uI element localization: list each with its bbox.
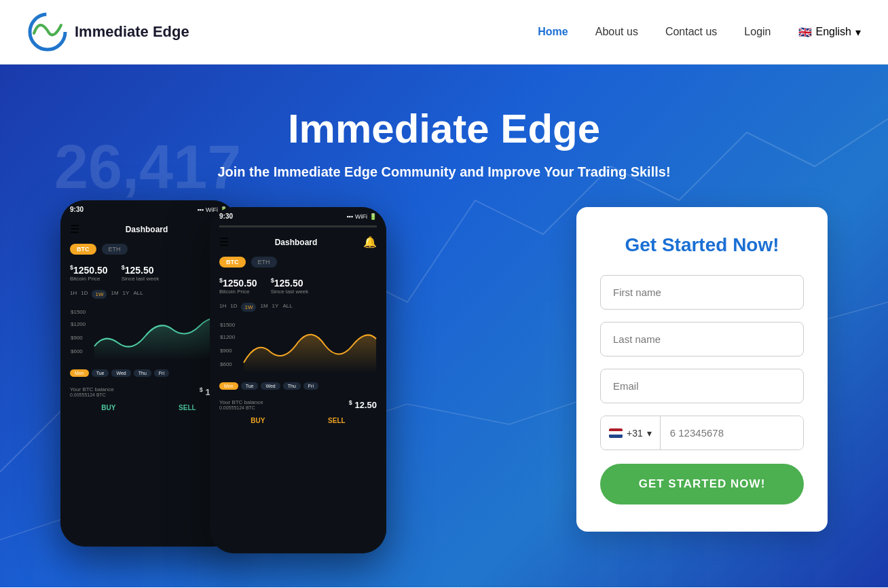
main-nav: Home About us Contact us Login 🇬🇧 Englis… [538, 26, 861, 39]
day-tue-2[interactable]: Tue [241, 382, 259, 390]
day-wed-1[interactable]: Wed [111, 369, 130, 377]
time-tabs-2: 1H 1D 1W 1M 1Y ALL [219, 303, 377, 312]
svg-text:$1200: $1200 [220, 334, 236, 340]
time-tabs-1: 1H 1D 1W 1M 1Y ALL [70, 290, 227, 299]
language-selector[interactable]: 🇬🇧 English ▾ [798, 26, 861, 39]
time-1d-1[interactable]: 1D [81, 290, 88, 299]
day-thu-1[interactable]: Thu [134, 369, 151, 377]
sell-button-2[interactable]: SELL [328, 417, 346, 424]
phone-time-2: 9:30 [219, 213, 233, 220]
btc-tab-1[interactable]: BTC [70, 244, 96, 255]
day-thu-2[interactable]: Thu [283, 382, 301, 390]
week-label-1: Since last week [122, 276, 160, 282]
btc-tab-2[interactable]: BTC [219, 257, 246, 268]
time-all-2[interactable]: ALL [282, 303, 292, 312]
day-fri-2[interactable]: Fri [303, 382, 318, 390]
btc-eth-tabs-2: BTC ETH [219, 257, 377, 268]
prices-row-1: $1250.50 Bitcoin Price $125.50 Since las… [70, 264, 227, 282]
btc-label-2: Bitcoin Price [219, 289, 257, 295]
time-1m-2[interactable]: 1M [260, 303, 267, 312]
day-mon-2[interactable]: Mon [219, 382, 238, 390]
logo-icon [27, 12, 68, 52]
flag-icon: 🇬🇧 [798, 26, 812, 39]
svg-text:$1500: $1500 [220, 322, 236, 328]
day-wed-2[interactable]: Wed [261, 382, 280, 390]
time-1d-2[interactable]: 1D [230, 303, 237, 312]
phone-time-1: 9:30 [70, 206, 84, 213]
time-1h-1[interactable]: 1H [70, 290, 77, 299]
prices-row-2: $1250.50 Bitcoin Price $125.50 Since las… [219, 277, 377, 295]
buy-button-1[interactable]: BUY [101, 404, 115, 411]
eth-tab-1[interactable]: ETH [102, 244, 128, 255]
day-tabs-2: Mon Tue Wed Thu Fri [219, 382, 377, 390]
svg-text:$600: $600 [71, 348, 83, 354]
svg-text:$900: $900 [71, 335, 83, 341]
time-1y-2[interactable]: 1Y [272, 303, 279, 312]
first-name-field[interactable] [600, 275, 804, 310]
get-started-button[interactable]: GET STARTED NOW! [600, 464, 804, 504]
nav-contact[interactable]: Contact us [665, 26, 717, 38]
time-1h-2[interactable]: 1H [219, 303, 226, 312]
price-block-week-1: $125.50 Since last week [122, 264, 160, 282]
week-price-1: $125.50 [122, 264, 160, 276]
week-price-2: $125.50 [271, 277, 309, 289]
eth-tab-2[interactable]: ETH [251, 257, 277, 268]
balance-row-2: Your BTC balance 0.00555124 BTC $ 12.50 [219, 399, 377, 410]
nav-about[interactable]: About us [595, 26, 638, 38]
hero-section: 26,417 Immediate Edge Join the Immediate… [0, 65, 888, 587]
phone-input-row: +31 ▾ [600, 416, 804, 450]
email-field[interactable] [600, 369, 804, 403]
nav-home[interactable]: Home [538, 26, 568, 38]
hamburger-icon-2: ☰ [219, 236, 229, 249]
background-number: 26,417 [54, 132, 241, 202]
balance-amount-2: $ 12.50 [349, 399, 377, 410]
phone-header-2: ☰ Dashboard 🔔 [219, 236, 377, 249]
form-title: Get Started Now! [600, 234, 804, 256]
svg-text:$900: $900 [220, 348, 232, 354]
action-buttons-1: BUY SELL [70, 404, 227, 411]
btc-price-1: $1250.50 [70, 264, 108, 276]
buy-button-2[interactable]: BUY [251, 417, 265, 424]
last-name-field[interactable] [600, 322, 804, 356]
sell-button-1[interactable]: SELL [179, 404, 196, 411]
phone-status-icons-2: ▪▪▪ WiFi 🔋 [346, 213, 377, 220]
svg-text:$1200: $1200 [71, 321, 86, 327]
nav-login[interactable]: Login [744, 26, 771, 38]
svg-text:$1500: $1500 [71, 309, 86, 315]
btc-eth-tabs-1: BTC ETH [70, 244, 227, 255]
btc-price-2: $1250.50 [219, 277, 257, 289]
phone-header-1: ☰ Dashboard 🔔 [70, 223, 227, 236]
day-tue-1[interactable]: Tue [92, 369, 109, 377]
balance-sub-1: 0.00555124 BTC [70, 392, 114, 397]
price-block-week-2: $125.50 Since last week [271, 277, 309, 295]
hero-content: 9:30 ▪▪▪ WiFi 🔋 ☰ Dashboard 🔔 [0, 200, 888, 547]
day-mon-1[interactable]: Mon [70, 369, 89, 377]
action-buttons-2: BUY SELL [219, 417, 377, 424]
day-fri-1[interactable]: Fri [154, 369, 169, 377]
phone-chart-1: $1500 $1200 $900 $600 [70, 306, 227, 360]
balance-label-2: Your BTC balance [219, 399, 263, 405]
time-1w-1[interactable]: 1W [92, 290, 107, 299]
phone-dropdown-icon: ▾ [647, 428, 652, 439]
phone-code: +31 [627, 428, 643, 439]
phone-dashboard-title-2: Dashboard [275, 238, 318, 247]
netherlands-flag-icon [609, 428, 623, 438]
phones-area: 9:30 ▪▪▪ WiFi 🔋 ☰ Dashboard 🔔 [60, 200, 522, 547]
svg-text:$600: $600 [220, 361, 232, 367]
time-all-1[interactable]: ALL [133, 290, 143, 299]
time-1y-1[interactable]: 1Y [123, 290, 130, 299]
week-label-2: Since last week [271, 289, 309, 295]
phone-notch-2: 9:30 ▪▪▪ WiFi 🔋 [210, 207, 386, 225]
phone-number-field[interactable] [661, 416, 804, 449]
phone-country-selector[interactable]: +31 ▾ [601, 416, 661, 449]
logo-area: Immediate Edge [27, 12, 189, 52]
header: Immediate Edge Home About us Contact us … [0, 0, 888, 65]
balance-sub-2: 0.00555124 BTC [219, 405, 263, 410]
time-1m-1[interactable]: 1M [111, 290, 118, 299]
price-block-btc-2: $1250.50 Bitcoin Price [219, 277, 257, 295]
phone-mockup-2: 9:30 ▪▪▪ WiFi 🔋 ☰ Dashboard 🔔 [210, 207, 386, 553]
language-label: English [816, 26, 851, 38]
day-tabs-1: Mon Tue Wed Thu Fri [70, 369, 227, 377]
time-1w-2[interactable]: 1W [241, 303, 256, 312]
phone-screen-2: 9:30 ▪▪▪ WiFi 🔋 ☰ Dashboard 🔔 [210, 207, 386, 553]
